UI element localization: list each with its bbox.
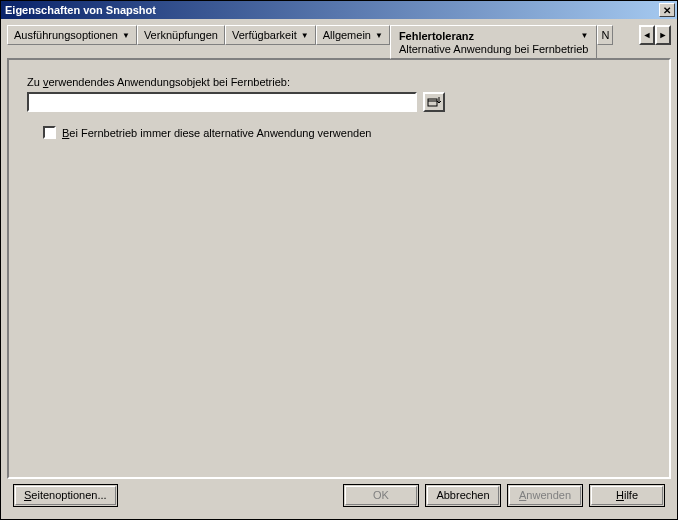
tab-overflow[interactable]: N [597,25,613,45]
window-title: Eigenschaften von Snapshot [5,4,657,16]
browse-button[interactable] [423,92,445,112]
browse-icon [427,96,441,108]
titlebar: Eigenschaften von Snapshot ✕ [1,1,677,19]
apply-button[interactable]: Anwenden [507,484,583,507]
always-use-alt-checkbox[interactable] [43,126,56,139]
always-use-alt-label: Bei Fernbetrieb immer diese alternative … [62,127,371,139]
tab-panel: Zu verwendendes Anwendungsobjekt bei Fer… [7,58,671,479]
tab-scroll: ◄ ► [639,25,671,45]
chevron-down-icon: ▼ [375,31,383,40]
svg-rect-0 [428,99,437,106]
app-object-label: Zu verwendendes Anwendungsobjekt bei Fer… [27,76,651,88]
tab-label: Ausführungsoptionen [14,29,118,41]
tab-bar: Ausführungsoptionen ▼ Verknüpfungen Verf… [7,25,671,59]
tab-fault-tolerance[interactable]: Fehlertoleranz ▼ Alternative Anwendung b… [390,25,598,59]
cancel-button[interactable]: Abbrechen [425,484,501,507]
page-options-button[interactable]: Seitenoptionen... [13,484,118,507]
help-button[interactable]: Hilfe [589,484,665,507]
properties-dialog: Eigenschaften von Snapshot ✕ Ausführungs… [0,0,678,520]
chevron-down-icon: ▼ [301,31,309,40]
tab-shortcuts[interactable]: Verknüpfungen [137,25,225,45]
tab-execution-options[interactable]: Ausführungsoptionen ▼ [7,25,137,45]
close-button[interactable]: ✕ [659,3,675,17]
tab-label: N [601,29,609,41]
triangle-left-icon: ◄ [643,30,652,40]
tab-scroll-right[interactable]: ► [655,25,671,45]
ok-button[interactable]: OK [343,484,419,507]
app-object-input[interactable] [27,92,417,112]
button-bar: Seitenoptionen... OK Abbrechen Anwenden … [7,479,671,513]
dialog-body: Ausführungsoptionen ▼ Verknüpfungen Verf… [1,19,677,519]
tab-general[interactable]: Allgemein ▼ [316,25,390,45]
tab-label: Verfügbarkeit [232,29,297,41]
chevron-down-icon: ▼ [122,31,130,40]
app-object-row [27,92,651,112]
triangle-right-icon: ► [659,30,668,40]
tab-label: Verknüpfungen [144,29,218,41]
tab-label: Fehlertoleranz [399,30,474,42]
always-use-alt-row: Bei Fernbetrieb immer diese alternative … [43,126,651,139]
tab-availability[interactable]: Verfügbarkeit ▼ [225,25,316,45]
tab-scroll-left[interactable]: ◄ [639,25,655,45]
chevron-down-icon: ▼ [581,31,589,40]
tab-label: Allgemein [323,29,371,41]
tab-sublabel: Alternative Anwendung bei Fernbetrieb [399,43,589,55]
close-icon: ✕ [663,5,671,16]
